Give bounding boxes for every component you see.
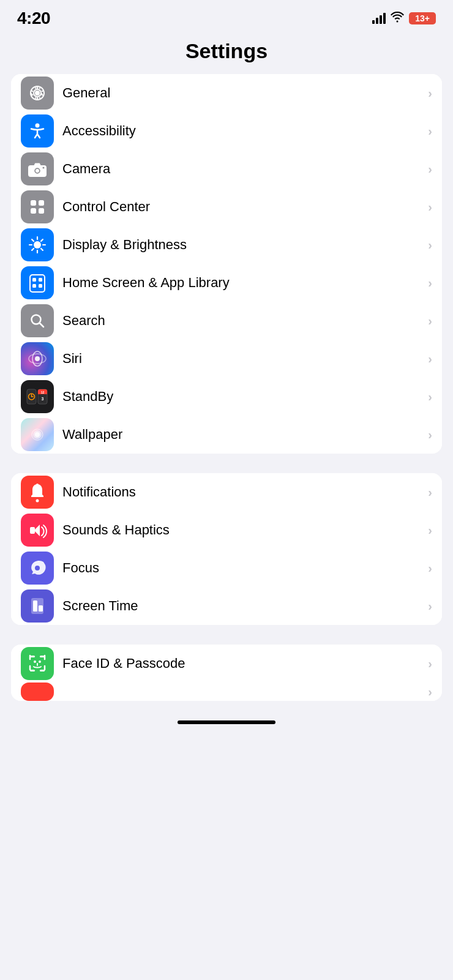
wallpaper-label: Wallpaper [62,427,423,443]
camera-icon [21,152,54,185]
svg-point-41 [36,499,39,503]
status-bar: 4:20 13+ [0,0,453,33]
svg-point-29 [35,356,40,361]
settings-row-notifications[interactable]: Notifications › [11,473,442,511]
accessibility-label: Accessibility [62,123,423,139]
battery-icon: 13+ [409,12,436,24]
siri-chevron: › [428,352,432,366]
svg-point-56 [34,660,36,663]
settings-row-wallpaper[interactable]: Wallpaper › [11,416,442,454]
svg-point-44 [35,566,40,570]
svg-rect-10 [39,208,44,214]
wifi-icon [391,12,404,26]
svg-rect-7 [31,200,36,206]
partial-row-chevron: › [428,685,432,699]
wallpaper-chevron: › [428,428,432,442]
svg-point-2 [36,124,40,128]
standby-icon: 12 3 [21,380,54,413]
svg-rect-8 [39,200,44,206]
svg-line-16 [32,239,34,241]
svg-rect-50 [30,670,35,671]
partial-row-icon [21,683,54,701]
svg-text:12: 12 [41,391,45,394]
face-id-label: Face ID & Passcode [62,656,423,671]
display-brightness-chevron: › [428,238,432,252]
notifications-label: Notifications [62,484,423,500]
camera-chevron: › [428,162,432,176]
home-screen-label: Home Screen & App Library [62,275,423,291]
accessibility-chevron: › [428,124,432,138]
sounds-haptics-icon [21,514,54,547]
svg-line-18 [41,239,43,241]
screen-time-chevron: › [428,599,432,613]
settings-row-face-id[interactable]: Face ID & Passcode › [11,645,442,683]
focus-label: Focus [62,560,423,576]
settings-row-accessibility[interactable]: Accessibility › [11,112,442,150]
settings-row-focus[interactable]: Focus › [11,549,442,587]
screen-time-icon [21,589,54,623]
camera-label: Camera [62,161,423,177]
wallpaper-icon [21,418,54,451]
sounds-haptics-chevron: › [428,523,432,537]
settings-section-2: Notifications › Sounds & Haptics › Focus… [11,473,442,625]
status-icons: 13+ [372,12,436,26]
standby-chevron: › [428,390,432,404]
search-label: Search [62,313,423,329]
settings-row-siri[interactable]: Siri › [11,340,442,378]
face-id-icon [21,647,54,680]
settings-section-3: Face ID & Passcode › › [11,645,442,701]
svg-point-0 [35,91,40,95]
search-icon [21,304,54,337]
svg-line-19 [32,249,34,250]
accessibility-icon [21,114,54,148]
svg-rect-51 [40,670,45,671]
standby-label: StandBy [62,389,423,405]
settings-row-general[interactable]: General › [11,74,442,112]
svg-line-26 [40,323,44,327]
home-screen-icon [21,266,54,299]
settings-row-search[interactable]: Search › [11,302,442,340]
svg-point-57 [39,660,41,663]
screen-time-label: Screen Time [62,598,423,614]
home-screen-chevron: › [428,276,432,290]
svg-point-6 [43,167,45,169]
svg-point-5 [36,169,39,173]
settings-row-display-brightness[interactable]: Display & Brightness › [11,226,442,264]
control-center-label: Control Center [62,199,423,215]
svg-rect-46 [33,600,37,612]
svg-point-11 [34,241,41,249]
settings-row-screen-time[interactable]: Screen Time › [11,587,442,625]
display-brightness-label: Display & Brightness [62,237,423,253]
general-label: General [62,85,423,101]
display-brightness-icon [21,228,54,261]
svg-rect-23 [32,284,36,288]
svg-point-42 [36,484,39,486]
settings-row-home-screen[interactable]: Home Screen & App Library › [11,264,442,302]
status-time: 4:20 [17,9,50,28]
svg-rect-9 [31,208,36,214]
face-id-chevron: › [428,657,432,671]
settings-section-1: General › Accessibility › Camera › [11,74,442,454]
svg-rect-21 [32,278,36,282]
svg-text:3: 3 [42,397,44,401]
page-title: Settings [0,33,453,74]
svg-line-17 [41,249,43,250]
svg-rect-24 [39,284,42,288]
settings-row-partial[interactable]: › [11,683,442,701]
signal-bars-icon [372,13,386,24]
settings-row-standby[interactable]: 12 3 StandBy › [11,378,442,416]
control-center-chevron: › [428,200,432,214]
siri-label: Siri [62,351,423,367]
siri-icon [21,342,54,375]
svg-rect-22 [39,278,42,282]
svg-point-40 [35,432,40,437]
focus-icon [21,552,54,585]
svg-rect-47 [39,605,43,612]
settings-row-sounds-haptics[interactable]: Sounds & Haptics › [11,511,442,549]
search-chevron: › [428,314,432,328]
settings-row-control-center[interactable]: Control Center › [11,188,442,226]
notifications-icon [21,476,54,509]
settings-row-camera[interactable]: Camera › [11,150,442,188]
svg-rect-20 [30,275,45,292]
general-chevron: › [428,86,432,100]
